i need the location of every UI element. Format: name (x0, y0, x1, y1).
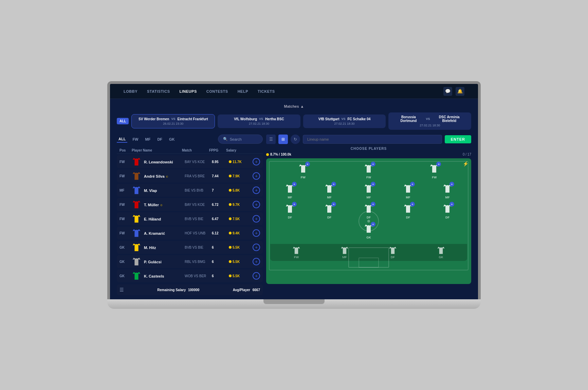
filter-icon[interactable]: ☰ (120, 287, 124, 292)
df-slot-5[interactable]: + DF (441, 202, 454, 219)
table-row[interactable]: FW E. Håland BVB VS BIE 6.47 7.5K + (117, 212, 263, 225)
match-team1: VfB Stuttgart (318, 117, 339, 121)
table-row[interactable]: GK K. Casteels WOB VS BER 6 5.5K + (117, 269, 263, 282)
df-slot-1[interactable]: + DF (284, 202, 296, 219)
add-player-button[interactable]: + (253, 187, 260, 194)
remaining-salary: Remaining Salary 100000 (157, 288, 199, 292)
position-key: FW MF (270, 244, 467, 261)
slot-plus-icon: + (436, 162, 441, 166)
gk-slot-1[interactable]: + GK (363, 223, 375, 239)
mf-slot-5[interactable]: + MF (441, 182, 454, 199)
add-player-button[interactable]: + (253, 229, 260, 237)
player-match: HOF VS UNB (185, 231, 212, 235)
player-pos: GK (120, 246, 132, 249)
matches-row: ALL SV Werder Bremen VS Eintracht Frankf… (117, 112, 471, 130)
mf-slot-2[interactable]: + MF (323, 182, 335, 199)
slot-plus-icon: + (410, 202, 415, 207)
player-name-cell: K. Casteels (144, 273, 185, 279)
nav-help[interactable]: HELP (238, 89, 248, 93)
match-card-2[interactable]: VfB Stuttgart VS FC Schalke 04 27.02.21 … (303, 114, 386, 128)
nav-statistics[interactable]: STATISTICS (147, 89, 170, 93)
pos-all[interactable]: ALL (117, 136, 127, 143)
search-box: 🔍 Search (218, 135, 263, 144)
navigation: LOBBY STATISTICS LINEUPS CONTESTS HELP T… (110, 84, 478, 99)
df-slot-2[interactable]: + DF (323, 202, 335, 219)
player-fppg: 7 (212, 189, 229, 192)
slot-plus-icon: + (410, 182, 415, 187)
player-name: A. Kramarić (144, 231, 165, 235)
pos-fw[interactable]: FW (131, 136, 140, 142)
player-jersey (132, 200, 141, 209)
player-jersey (132, 257, 141, 266)
player-fppg: 8.95 (212, 160, 229, 164)
mf-slot-3[interactable]: + MF (363, 182, 375, 199)
nav-icons: 💬 🔔 (443, 87, 464, 96)
match-card-3[interactable]: Borussia Dortmund VS DSC Arminia Bielefe… (388, 112, 471, 130)
bell-icon[interactable]: 🔔 (456, 87, 464, 96)
salary-text: 7.9K (233, 174, 240, 178)
fw-slot-2[interactable]: + FW (363, 162, 375, 179)
pos-mf[interactable]: MF (144, 136, 152, 142)
enter-button[interactable]: ENTER (445, 135, 471, 143)
slot-plus-icon: + (292, 202, 297, 207)
player-match: BAY VS KOE (185, 203, 212, 207)
player-pos: FW (120, 217, 132, 221)
table-row[interactable]: FW André Silva © FRA VS BRE 7.44 7.9K + (117, 170, 263, 182)
fw-slot-1[interactable]: + FW (297, 162, 309, 179)
player-footer: ☰ Remaining Salary 100000 Avg/Player 666… (117, 284, 263, 295)
table-row[interactable]: FW R. Lewandowski BAY VS KOE 8.95 11.7K … (117, 155, 263, 168)
add-player-button[interactable]: + (253, 201, 260, 208)
mf-slot-1[interactable]: + MF (284, 182, 296, 199)
list-view-btn[interactable]: ☰ (266, 135, 276, 144)
grid-view-btn[interactable]: ⊞ (278, 135, 288, 144)
chat-icon[interactable]: 💬 (443, 87, 452, 96)
player-name-cell: M. Hitz (144, 244, 185, 250)
match-card-0[interactable]: SV Werder Bremen VS Eintracht Frankfurt … (131, 114, 215, 128)
add-player-button[interactable]: + (253, 244, 260, 251)
add-player-button[interactable]: + (253, 258, 260, 265)
table-row[interactable]: FW T. Müller © BAY VS KOE 6.72 9.7K + (117, 198, 263, 211)
add-player-button[interactable]: + (253, 215, 260, 223)
player-jersey (132, 157, 141, 166)
player-list: FW R. Lewandowski BAY VS KOE 8.95 11.7K … (117, 155, 263, 282)
player-name-cell: P. Gulácsi (144, 259, 185, 265)
salary-dot (229, 274, 232, 277)
table-row[interactable]: GK M. Hitz BVB VS BIE 6 5.5K + (117, 241, 263, 254)
add-player-button[interactable]: + (253, 158, 260, 165)
mf-slot-4[interactable]: + MF (402, 182, 414, 199)
soccer-field: ⚡ + FW (266, 158, 471, 284)
table-row[interactable]: MF M. Vlap BIE VS BVB 7 5.8K + (117, 184, 263, 197)
player-salary: 7.9K (229, 174, 253, 178)
match-card-1[interactable]: VfL Wolfsburg VS Hertha BSC 27.02.21 18:… (218, 114, 300, 128)
all-matches-badge[interactable]: ALL (117, 118, 129, 124)
refresh-btn[interactable]: ↻ (291, 135, 300, 144)
player-fppg: 6.72 (212, 203, 229, 207)
table-row[interactable]: FW A. Kramarić HOF VS UNB 6.12 9.4K + (117, 227, 263, 240)
salary-text: 11.7K (233, 160, 242, 164)
player-badge: © (166, 175, 168, 178)
nav-lobby[interactable]: LOBBY (124, 89, 137, 93)
nav-contests[interactable]: CONTESTS (206, 89, 228, 93)
pos-df[interactable]: DF (155, 136, 164, 142)
salary-dot (229, 175, 232, 177)
add-player-button[interactable]: + (253, 272, 260, 280)
table-header: Pos Player Name Match FPPG Salary (117, 147, 263, 154)
slot-plus-icon: + (449, 182, 454, 187)
fw-slot-3[interactable]: + FW (428, 162, 440, 179)
mf-row: + MF + MF (270, 182, 467, 199)
match-team2: DSC Arminia Bielefeld (432, 115, 466, 123)
df-slot-4[interactable]: + DF (402, 202, 414, 219)
lineup-name-input[interactable] (303, 135, 442, 144)
nav-tickets[interactable]: TICKETS (258, 89, 275, 93)
pos-gk[interactable]: GK (167, 136, 177, 142)
lineup-header: ☰ ⊞ ↻ ENTER (266, 135, 471, 144)
slot-plus-icon: + (449, 202, 454, 207)
salary-text: 9.7K (233, 203, 240, 207)
player-salary: 7.5K (229, 217, 253, 221)
match-team2: FC Schalke 04 (347, 117, 370, 121)
table-row[interactable]: GK P. Gulácsi RBL VS BMG 6 5.5K + (117, 255, 263, 268)
budget-text: 8.7% / 100.0k (270, 153, 291, 156)
field-panel: ☰ ⊞ ↻ ENTER CHOOSE PLAYERS 8.7% / 100.0k… (266, 135, 471, 295)
add-player-button[interactable]: + (253, 172, 260, 180)
nav-lineups[interactable]: LINEUPS (180, 89, 197, 93)
